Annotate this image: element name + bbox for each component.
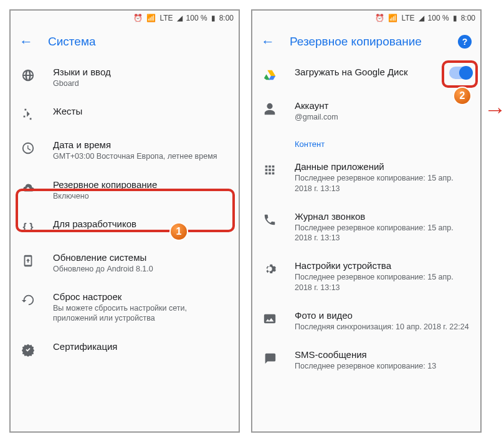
item-title: Журнал звонков — [295, 211, 472, 222]
phone-right: ⏰ 📶 LTE ◢ 100 % ▮ 8:00 ← Резервное копир… — [251, 9, 482, 433]
item-sub: Вы можете сбросить настройки сети, прило… — [53, 303, 230, 324]
phone-icon — [262, 212, 277, 227]
lte-icon: LTE — [159, 14, 173, 22]
item-title: Сертификация — [53, 341, 230, 352]
item-sub: GMT+03:00 Восточная Европа, летнее время — [53, 151, 230, 161]
item-gestures[interactable]: Жесты — [11, 97, 239, 131]
item-sub: Обновлено до Android 8.1.0 — [53, 264, 230, 274]
back-arrow-icon[interactable]: ← — [261, 34, 275, 50]
arrow-right-icon: → — [484, 96, 504, 123]
item-upload-drive[interactable]: Загружать на Google Диск — [252, 58, 480, 92]
clock-text: 8:00 — [219, 14, 234, 22]
alarm-icon: ⏰ — [133, 14, 143, 22]
verified-icon — [21, 342, 36, 357]
item-title: Фото и видео — [295, 310, 472, 321]
signal-icon: ◢ — [419, 14, 424, 22]
item-account[interactable]: Аккаунт @gmail.com — [252, 92, 480, 131]
item-device-settings[interactable]: Настройки устройства Последнее резервное… — [252, 252, 480, 301]
item-call-log[interactable]: Журнал звонков Последнее резервное копир… — [252, 202, 480, 252]
item-title: SMS-сообщения — [295, 349, 472, 360]
restore-icon — [21, 293, 36, 308]
page-title: Резервное копирование — [290, 35, 443, 49]
clock-text: 8:00 — [461, 14, 475, 22]
globe-icon — [21, 68, 36, 83]
wifi-icon: 📶 — [388, 14, 397, 22]
item-title: Загружать на Google Диск — [295, 67, 432, 77]
battery-icon: ▮ — [211, 14, 216, 22]
item-sub: Последнее резервное копирование: 15 апр.… — [295, 223, 472, 243]
item-title: Для разработчиков — [53, 219, 230, 229]
system-update-icon — [21, 253, 36, 268]
status-bar: ⏰ 📶 LTE ◢ 100 % ▮ 8:00 — [11, 11, 239, 26]
header: ← Система — [11, 26, 239, 58]
toggle-knob — [459, 66, 473, 80]
google-drive-icon — [262, 68, 277, 83]
phone-left: ⏰ 📶 LTE ◢ 100 % ▮ 8:00 ← Система Языки и… — [9, 9, 240, 433]
gear-icon — [262, 261, 277, 276]
item-sub: Последнее резервное копирование: 15 апр.… — [295, 173, 472, 194]
cloud-upload-icon — [21, 181, 36, 195]
signal-icon: ◢ — [177, 14, 183, 22]
item-sub: Gboard — [53, 78, 230, 88]
item-developer[interactable]: { } Для разработчиков — [11, 210, 239, 243]
apps-icon — [262, 162, 277, 177]
item-title: Языки и ввод — [53, 67, 230, 77]
braces-icon: { } — [21, 220, 36, 235]
item-sub: @gmail.com — [295, 112, 472, 122]
wifi-icon: 📶 — [146, 14, 156, 22]
item-title: Настройки устройства — [295, 260, 472, 271]
battery-icon: ▮ — [453, 14, 457, 22]
item-sub: Последнее резервное копирование: 13 — [295, 361, 472, 371]
alarm-icon: ⏰ — [375, 14, 384, 22]
lte-icon: LTE — [401, 14, 414, 22]
back-arrow-icon[interactable]: ← — [19, 34, 33, 50]
item-update[interactable]: Обновление системы Обновлено до Android … — [11, 243, 239, 283]
header: ← Резервное копирование ? — [252, 26, 480, 58]
item-languages[interactable]: Языки и ввод Gboard — [11, 58, 239, 97]
item-datetime[interactable]: Дата и время GMT+03:00 Восточная Европа,… — [11, 131, 239, 170]
account-icon — [262, 101, 277, 116]
section-content: Контент — [252, 131, 480, 153]
item-title: Жесты — [53, 106, 230, 116]
item-sub: Последняя синхронизация: 10 апр. 2018 г.… — [295, 322, 472, 332]
page-title: Система — [48, 35, 230, 49]
upload-toggle[interactable] — [449, 67, 472, 79]
item-backup[interactable]: Резервное копирование Включено — [11, 171, 239, 210]
item-title: Данные приложений — [295, 161, 472, 172]
item-sub: Включено — [53, 191, 230, 201]
item-sub: Последнее резервное копирование: 15 апр.… — [295, 272, 472, 293]
item-sms[interactable]: SMS-сообщения Последнее резервное копиро… — [252, 341, 480, 380]
help-icon[interactable]: ? — [458, 35, 472, 49]
gestures-icon — [21, 107, 36, 122]
item-title: Сброс настроек — [53, 291, 230, 302]
status-bar: ⏰ 📶 LTE ◢ 100 % ▮ 8:00 — [252, 11, 480, 26]
message-icon — [262, 350, 277, 365]
item-title: Обновление системы — [53, 252, 230, 263]
item-app-data[interactable]: Данные приложений Последнее резервное ко… — [252, 153, 480, 202]
item-reset[interactable]: Сброс настроек Вы можете сбросить настро… — [11, 283, 239, 332]
item-title: Резервное копирование — [53, 179, 230, 190]
battery-text: 100 % — [186, 14, 207, 22]
item-photos[interactable]: Фото и видео Последняя синхронизация: 10… — [252, 301, 480, 341]
battery-text: 100 % — [428, 14, 449, 22]
image-icon — [262, 311, 277, 326]
clock-icon — [21, 141, 36, 156]
item-cert[interactable]: Сертификация — [11, 332, 239, 366]
item-title: Аккаунт — [295, 100, 472, 111]
item-title: Дата и время — [53, 139, 230, 150]
